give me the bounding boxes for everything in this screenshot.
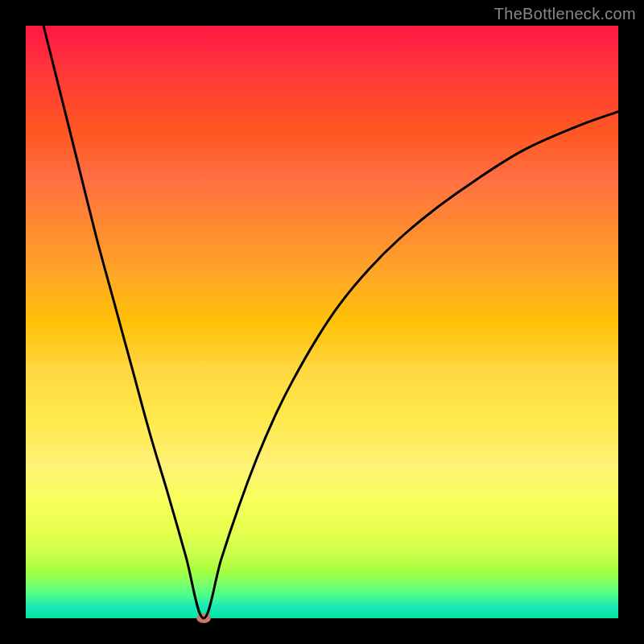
bottleneck-curve xyxy=(0,0,644,644)
watermark-text: TheBottleneck.com xyxy=(494,5,636,23)
